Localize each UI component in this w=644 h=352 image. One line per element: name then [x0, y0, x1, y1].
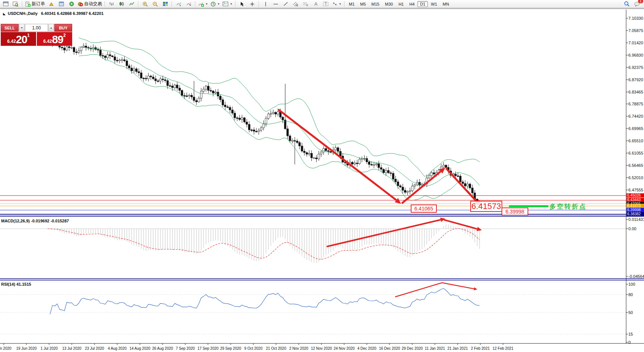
volume-increase-button[interactable]: ▲	[48, 24, 54, 32]
horizontal-line-tool-icon[interactable]	[271, 0, 281, 8]
volume-decrease-button[interactable]: ▼	[19, 24, 25, 32]
data-window-icon[interactable]	[57, 0, 66, 8]
chart-canvas[interactable]	[0, 9, 644, 352]
navigator-icon[interactable]	[67, 0, 76, 8]
toolbar-separator	[235, 1, 236, 7]
timeframe-bar: M1M5M15M30H1H4D1W1MN	[346, 1, 452, 7]
timeframe-M15[interactable]: M15	[369, 1, 382, 7]
ohlc-values: 6.40341 6.42868 6.39987 6.42201	[41, 11, 103, 16]
indicators-icon[interactable]: ▼	[197, 0, 209, 8]
symbol-title: ◣ USDCNH-,Daily 6.40341 6.42868 6.39987 …	[3, 11, 103, 16]
chat-icon[interactable]: 1	[632, 0, 642, 8]
buy-price-pips: 89	[52, 34, 63, 45]
window-corner-icon: ◣	[3, 12, 6, 16]
timeframe-H1[interactable]: H1	[396, 1, 406, 7]
mt4-application: 新订单 自动交易	[0, 0, 644, 352]
chart-window: ◣ USDCNH-,Daily 6.40341 6.42868 6.39987 …	[0, 9, 644, 352]
sell-button[interactable]: SELL	[1, 24, 19, 32]
crosshair-icon[interactable]	[247, 0, 257, 8]
buy-button[interactable]: BUY	[54, 24, 72, 32]
main-toolbar: 新订单 自动交易	[0, 0, 644, 8]
timeframe-M1[interactable]: M1	[346, 1, 357, 7]
chat-badge: 1	[638, 0, 643, 3]
svg-text:A: A	[314, 1, 317, 6]
toolbar-separator	[172, 1, 172, 7]
line-chart-icon[interactable]	[127, 0, 137, 8]
chart-shift-icon[interactable]	[184, 0, 193, 8]
buy-price-base: 6.42	[43, 39, 52, 44]
chevron-down-icon: ▼	[339, 3, 342, 5]
sell-price-pips: 20	[16, 34, 27, 45]
new-order-label: 新订单	[32, 1, 45, 7]
equidistant-channel-tool-icon[interactable]: E	[291, 0, 301, 8]
tile-windows-icon[interactable]	[160, 0, 170, 8]
autotrade-label: 自动交易	[84, 1, 102, 7]
sell-price-tile[interactable]: 6.42 20 1	[1, 32, 36, 46]
text-tool-icon[interactable]: A	[311, 0, 321, 8]
profiles-icon[interactable]	[11, 0, 20, 8]
market-watch-icon[interactable]	[47, 0, 56, 8]
sell-price-point: 1	[27, 33, 30, 38]
buy-price-tile[interactable]: 6.42 89 2	[37, 32, 72, 46]
chevron-down-icon: ▼	[205, 3, 208, 5]
candlestick-chart-icon[interactable]	[117, 0, 126, 8]
new-order-button[interactable]: 新订单	[24, 0, 46, 8]
text-label-tool-icon[interactable]: T	[321, 0, 331, 8]
buy-price-point: 2	[63, 33, 66, 38]
timeframe-M5[interactable]: M5	[358, 1, 368, 7]
cursor-icon[interactable]	[237, 0, 247, 8]
one-click-trading-panel: SELL ▼ ▲ BUY 6.42 20 1 6.42 89 2	[1, 24, 72, 46]
timeframe-H4[interactable]: H4	[407, 1, 417, 7]
vertical-line-tool-icon[interactable]	[261, 0, 270, 8]
toolbar-separator	[195, 1, 196, 7]
toolbar-separator	[259, 1, 259, 7]
timeframe-MN[interactable]: MN	[440, 1, 452, 7]
svg-text:T: T	[325, 2, 327, 6]
volume-input[interactable]	[25, 24, 48, 32]
trendline-tool-icon[interactable]	[281, 0, 291, 8]
new-chart-icon[interactable]	[1, 0, 10, 8]
timeframe-W1[interactable]: W1	[428, 1, 440, 7]
templates-icon[interactable]: ▼	[221, 0, 234, 8]
auto-scroll-icon[interactable]	[174, 0, 183, 8]
autotrade-button[interactable]: 自动交易	[77, 0, 103, 8]
fibonacci-tool-icon[interactable]: F	[301, 0, 311, 8]
toolbar-separator	[105, 1, 105, 7]
svg-text:F: F	[307, 4, 308, 7]
toolbar-separator	[22, 1, 23, 7]
symbol-name: USDCNH-,Daily	[8, 11, 38, 16]
timeframe-D1[interactable]: D1	[417, 1, 428, 7]
zoom-in-icon[interactable]	[140, 0, 150, 8]
toolbar-separator	[344, 1, 345, 7]
bar-chart-icon[interactable]	[107, 0, 116, 8]
timeframe-M30[interactable]: M30	[382, 1, 395, 7]
periods-icon[interactable]: ▼	[209, 0, 221, 8]
svg-text:E: E	[297, 4, 298, 7]
chevron-down-icon: ▼	[217, 3, 220, 5]
search-icon[interactable]	[622, 0, 632, 8]
arrows-tool-icon[interactable]: ▼	[331, 0, 343, 8]
zoom-out-icon[interactable]	[150, 0, 160, 8]
sell-price-base: 6.42	[7, 39, 16, 44]
toolbar-separator	[138, 1, 139, 7]
chevron-down-icon: ▼	[230, 3, 233, 5]
